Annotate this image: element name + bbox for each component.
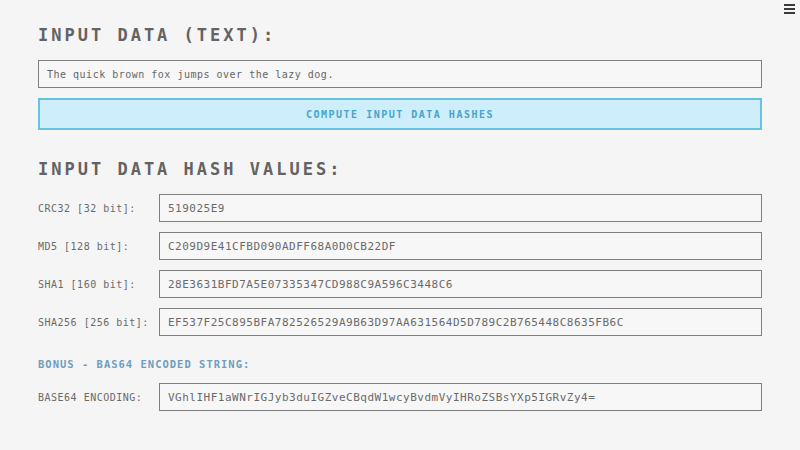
hash-tool-page: INPUT DATA (TEXT): COMPUTE INPUT DATA HA… (0, 0, 800, 411)
input-data-text-field[interactable] (38, 60, 762, 88)
table-row: MD5 [128 bit]: (38, 232, 762, 260)
table-row: SHA256 [256 bit]: (38, 308, 762, 336)
base64-label: BASE64 ENCODING: (38, 392, 159, 403)
compute-hashes-button[interactable]: COMPUTE INPUT DATA HASHES (38, 98, 762, 130)
md5-label: MD5 [128 bit]: (38, 241, 159, 252)
sha256-label: SHA256 [256 bit]: (38, 317, 159, 328)
bonus-base64-title: BONUS - BAS64 ENCODED STRING: (38, 358, 762, 370)
sha256-value-field[interactable] (159, 308, 762, 336)
crc32-value-field[interactable] (159, 194, 762, 222)
md5-value-field[interactable] (159, 232, 762, 260)
table-row: BASE64 ENCODING: (38, 383, 762, 411)
input-data-title: INPUT DATA (TEXT): (38, 24, 762, 46)
crc32-label: CRC32 [32 bit]: (38, 203, 159, 214)
table-row: SHA1 [160 bit]: (38, 270, 762, 298)
table-row: CRC32 [32 bit]: (38, 194, 762, 222)
sha1-label: SHA1 [160 bit]: (38, 279, 159, 290)
sha1-value-field[interactable] (159, 270, 762, 298)
base64-value-field[interactable] (159, 383, 762, 411)
hash-values-title: INPUT DATA HASH VALUES: (38, 158, 762, 180)
